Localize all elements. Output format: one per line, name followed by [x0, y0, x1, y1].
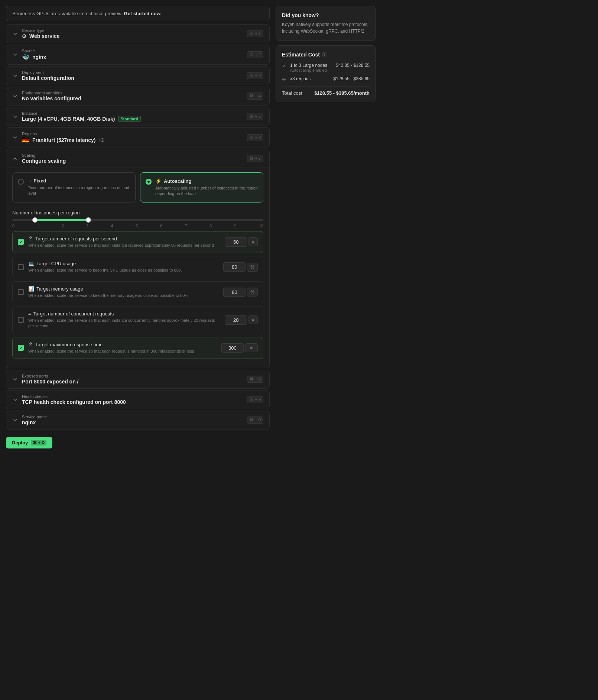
section-exposed-ports: Exposed ports Port 8000 exposed on / ⌘ +… [6, 370, 270, 389]
metric-concurrent-title: Target number of concurrent requests [33, 311, 114, 317]
section-instance-header[interactable]: Instance Large (4 vCPU, 4GB RAM, 40GB Di… [6, 107, 269, 126]
section-env-vars-header[interactable]: Environment variables No variables confi… [6, 87, 269, 105]
section-health-checks-title: TCP health check configured on port 8000 [22, 399, 126, 405]
metric-cpu-input[interactable] [223, 262, 246, 272]
slider-thumb-max[interactable] [86, 217, 91, 223]
chevron-deployment [12, 73, 18, 79]
sidebar: Did you know? Koyeb natively supports re… [276, 6, 376, 102]
total-label: Total cost [282, 90, 302, 96]
section-health-checks-shortcut: ⌘ + 9 [247, 396, 263, 403]
info-icon[interactable]: i [322, 52, 327, 57]
section-service-name-shortcut: ⌘ + 0 [247, 417, 263, 424]
globe-icon: ⊙ [22, 33, 26, 39]
section-exposed-ports-title: Port 8000 exposed on / [22, 379, 79, 385]
section-instance-sublabel: Instance [22, 111, 141, 116]
section-scaling: Scaling Configure scaling ⌘ + 7 ↔ Fixed … [6, 149, 270, 368]
banner-cta[interactable]: Get started now. [124, 11, 162, 16]
section-service-type-shortcut: ⌘ + 1 [247, 30, 263, 37]
autoscaling-option[interactable]: ⚡ Autoscaling Automatically adjusted num… [140, 172, 263, 202]
total-row: Total cost $128.55 - $385.65/month [282, 90, 370, 96]
metric-memory-checkbox[interactable] [18, 289, 24, 295]
section-deployment-shortcut: ⌘ + 3 [247, 72, 263, 79]
metric-concurrent-desc: When enabled, scale the service so that … [28, 318, 220, 329]
section-instance-title: Large (4 vCPU, 4GB RAM, 40GB Disk) [22, 116, 115, 122]
section-service-name-header[interactable]: Service name nginx ⌘ + 0 [6, 411, 269, 429]
metric-response-checkbox[interactable]: ✓ [18, 345, 24, 351]
section-exposed-ports-shortcut: ⌘ + 8 [247, 376, 263, 383]
cost-nodes-label: 1 to 3 Large nodes [290, 63, 327, 68]
slider-container[interactable]: 0 1 2 3 4 5 6 7 8 9 10 [12, 219, 263, 228]
deploy-bar: Deploy ⌘ + D [6, 431, 270, 454]
metric-rps-icon: ⏱ [28, 236, 33, 242]
metric-cpu-desc: When enabled, scale the service to keep … [28, 268, 219, 273]
autoscaling-radio[interactable] [146, 179, 152, 185]
metric-rps-input[interactable] [225, 237, 247, 247]
fixed-option[interactable]: ↔ Fixed Fixed number of instances in a r… [12, 172, 136, 202]
metric-rps-unit: # [248, 237, 258, 246]
cost-divider [282, 86, 370, 87]
regions-icon: ⊕ [282, 77, 288, 82]
section-health-checks-sublabel: Health checks [22, 394, 126, 399]
cost-nodes-value: $42.85 - $128.55 [336, 63, 370, 68]
scaling-content: ↔ Fixed Fixed number of instances in a r… [6, 168, 269, 368]
metric-response-unit: ms [245, 343, 258, 352]
metric-concurrent-unit: # [248, 315, 258, 324]
metric-memory-usage: 📊 Target memory usage When enabled, scal… [12, 281, 263, 303]
scale-options: ↔ Fixed Fixed number of instances in a r… [12, 172, 263, 202]
section-service-type: Service type ⊙ Web service ⌘ + 1 [6, 24, 270, 43]
metric-rps-checkbox[interactable]: ✓ [18, 239, 24, 245]
cost-nodes-row: ↗ 1 to 3 Large nodes Autoscaling enabled… [282, 63, 370, 72]
autoscaling-desc: Automatically adjusted number of instanc… [155, 185, 258, 197]
section-regions: Regions 🇩🇪 Frankfurt (527ms latency) +2 … [6, 127, 270, 148]
section-source-shortcut: ⌘ + 2 [247, 51, 263, 58]
chevron-service-type [12, 31, 18, 37]
cost-regions-label: x3 regions [290, 76, 311, 81]
section-service-type-title: Web service [29, 33, 59, 39]
metric-rps-desc: When enabled, scale the service so that … [28, 243, 220, 248]
metric-response-icon: ⏱ [28, 342, 33, 347]
section-exposed-ports-sublabel: Exposed ports [22, 374, 79, 378]
section-env-vars: Environment variables No variables confi… [6, 87, 270, 106]
fixed-radio[interactable] [18, 179, 24, 185]
deploy-shortcut: ⌘ + D [31, 440, 46, 445]
tip-card: Did you know? Koyeb natively supports re… [276, 6, 376, 41]
deploy-button[interactable]: Deploy ⌘ + D [6, 437, 52, 448]
section-source-sublabel: Source [22, 49, 46, 53]
tip-text: Koyeb natively supports real-time protoc… [282, 21, 370, 35]
section-source-header[interactable]: Source 🐳 nginx ⌘ + 2 [6, 45, 269, 64]
metric-concurrent-input[interactable] [225, 315, 247, 325]
metric-rps-title: Target number of requests per second [35, 236, 117, 242]
section-exposed-ports-header[interactable]: Exposed ports Port 8000 exposed on / ⌘ +… [6, 370, 269, 388]
metric-response-time: ✓ ⏱ Target maximum response time When en… [12, 337, 263, 359]
metric-concurrent-icon: ≡ [28, 311, 31, 317]
section-scaling-header[interactable]: Scaling Configure scaling ⌘ + 7 [6, 149, 269, 168]
deploy-label: Deploy [12, 440, 28, 445]
section-service-type-header[interactable]: Service type ⊙ Web service ⌘ + 1 [6, 25, 269, 43]
metric-memory-input[interactable] [223, 288, 246, 297]
chevron-service-name [12, 417, 18, 423]
autoscaling-icon: ⚡ [155, 178, 162, 184]
flag-icon: 🇩🇪 [22, 136, 29, 143]
slider-track[interactable] [12, 219, 263, 221]
metric-response-input[interactable] [221, 343, 244, 353]
metric-cpu-checkbox[interactable] [18, 264, 24, 270]
tip-heading: Did you know? [282, 12, 370, 18]
nginx-icon: 🐳 [22, 54, 29, 61]
section-regions-header[interactable]: Regions 🇩🇪 Frankfurt (527ms latency) +2 … [6, 128, 269, 147]
cost-card: Estimated Cost i ↗ 1 to 3 Large nodes Au… [276, 45, 376, 102]
chevron-health-checks [12, 397, 18, 403]
metric-concurrent-checkbox[interactable] [18, 317, 24, 323]
metric-memory-icon: 📊 [28, 286, 34, 292]
metric-requests-per-second: ✓ ⏱ Target number of requests per second… [12, 231, 263, 253]
section-deployment-title: Default configuration [22, 75, 74, 81]
section-deployment-header[interactable]: Deployment Default configuration ⌘ + 3 [6, 67, 269, 85]
section-health-checks-header[interactable]: Health checks TCP health check configure… [6, 390, 269, 409]
slider-thumb-min[interactable] [32, 217, 38, 223]
cost-heading: Estimated Cost i [282, 52, 370, 58]
banner: Serverless GPUs are available in technic… [6, 6, 270, 21]
section-env-vars-shortcut: ⌘ + 4 [247, 93, 263, 100]
section-service-name-title: nginx [22, 419, 36, 425]
fixed-label: ↔ Fixed [27, 178, 130, 184]
instances-label: Number of instances per region [12, 210, 263, 215]
section-env-vars-title: No variables configured [22, 95, 81, 101]
